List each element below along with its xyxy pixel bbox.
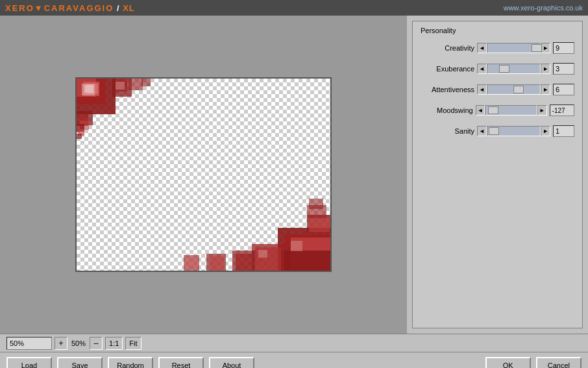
svg-rect-35 [258, 250, 267, 258]
attentiveness-track[interactable] [487, 84, 541, 95]
exuberance-thumb [499, 65, 509, 73]
sanity-row: Sanity ◄ ► 1 [421, 125, 574, 137]
creativity-track[interactable] [487, 43, 541, 53]
svg-rect-24 [309, 218, 330, 232]
svg-rect-13 [129, 79, 143, 90]
sanity-value: 1 [553, 125, 574, 137]
ok-button[interactable]: OK [485, 357, 531, 369]
svg-rect-18 [281, 251, 330, 271]
random-button[interactable]: Random [108, 357, 153, 369]
sanity-label: Sanity [421, 127, 474, 135]
svg-rect-22 [236, 254, 252, 271]
svg-rect-34 [291, 241, 302, 251]
about-button[interactable]: About [209, 357, 254, 369]
fractal-canvas [77, 79, 330, 271]
svg-rect-30 [187, 258, 197, 269]
moodswing-inc-btn[interactable]: ► [537, 105, 547, 116]
exuberance-inc-btn[interactable]: ► [541, 64, 550, 74]
creativity-label: Creativity [421, 44, 474, 52]
zoom-fit-btn[interactable]: Fit [125, 337, 141, 350]
creativity-thumb [532, 44, 542, 52]
svg-rect-12 [77, 134, 82, 139]
sanity-track[interactable] [487, 126, 541, 136]
exuberance-track[interactable] [487, 64, 541, 74]
moodswing-label: Moodswing [421, 106, 473, 114]
moodswing-thumb [488, 106, 498, 114]
creativity-row: Creativity ◄ ► 9 [421, 42, 574, 54]
reset-button[interactable]: Reset [158, 357, 204, 369]
save-button[interactable]: Save [57, 357, 103, 369]
moodswing-row: Moodswing ◄ ► -127 [421, 104, 574, 116]
personality-title: Personality [421, 27, 574, 34]
moodswing-value: -127 [550, 104, 574, 116]
zoom-1to1-btn[interactable]: 1:1 [105, 337, 123, 350]
attentiveness-row: Attentiveness ◄ ► 6 [421, 84, 574, 95]
canvas-area [0, 16, 406, 334]
creativity-inc-btn[interactable]: ► [541, 43, 550, 53]
creativity-value: 9 [553, 42, 574, 54]
exuberance-value: 3 [553, 63, 574, 75]
main-area: Personality Creativity ◄ ► 9 Exuberance … [0, 16, 588, 334]
app-title: XERO▼CARAVAGGIO / XL [5, 3, 135, 13]
svg-rect-14 [141, 79, 151, 86]
personality-group: Personality Creativity ◄ ► 9 Exuberance … [412, 21, 583, 328]
exuberance-label: Exuberance [421, 65, 474, 73]
zoom-plus-btn[interactable]: + [55, 337, 67, 350]
attentiveness-label: Attentiveness [421, 86, 474, 93]
cancel-button[interactable]: Cancel [536, 357, 582, 369]
load-button[interactable]: Load [6, 357, 52, 369]
zoom-percent: 50% [70, 339, 87, 347]
title-bar: XERO▼CARAVAGGIO / XL www.xero-graphics.c… [0, 0, 588, 16]
website-link: www.xero-graphics.co.uk [504, 4, 583, 12]
right-panel: Personality Creativity ◄ ► 9 Exuberance … [406, 16, 588, 334]
exuberance-dec-btn[interactable]: ◄ [477, 64, 487, 74]
zoom-minus-btn[interactable]: – [90, 337, 103, 350]
svg-rect-28 [210, 256, 224, 271]
sanity-dec-btn[interactable]: ◄ [477, 126, 487, 136]
button-bar: Load Save Random Reset About OK Cancel [0, 352, 588, 368]
canvas-container[interactable] [75, 77, 332, 272]
creativity-dec-btn[interactable]: ◄ [477, 43, 487, 53]
attentiveness-value: 6 [553, 84, 574, 95]
exuberance-row: Exuberance ◄ ► 3 [421, 63, 574, 75]
sanity-thumb [489, 127, 499, 135]
attentiveness-inc-btn[interactable]: ► [541, 84, 550, 95]
attentiveness-thumb [513, 86, 524, 93]
svg-rect-32 [84, 85, 93, 93]
moodswing-dec-btn[interactable]: ◄ [476, 105, 485, 116]
attentiveness-dec-btn[interactable]: ◄ [477, 84, 487, 95]
zoom-input[interactable] [6, 337, 52, 350]
moodswing-track[interactable] [485, 105, 537, 116]
zoom-bar: + 50% – 1:1 Fit [0, 334, 588, 352]
sanity-inc-btn[interactable]: ► [541, 126, 550, 136]
svg-rect-26 [309, 199, 323, 209]
svg-rect-33 [116, 82, 125, 90]
